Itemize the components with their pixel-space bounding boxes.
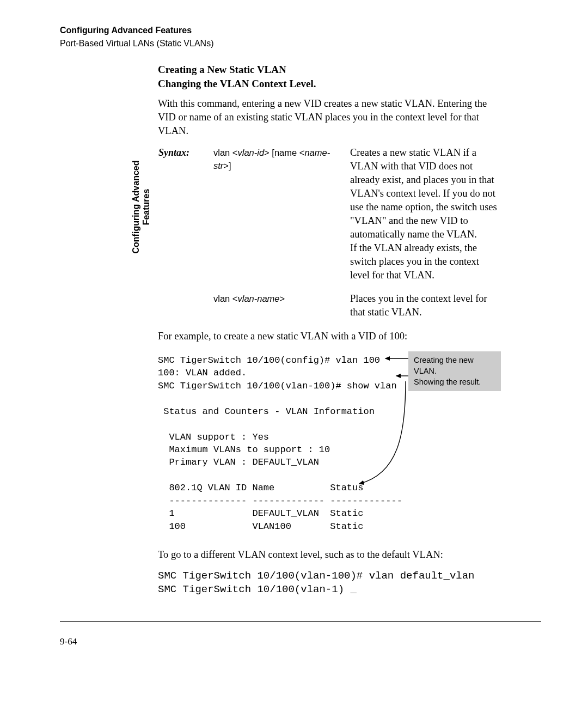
main-content: Creating a New Static VLAN Changing the … bbox=[158, 63, 506, 596]
side-tab: Configuring Advanced Features bbox=[131, 153, 151, 261]
cmd-text: vlan < bbox=[213, 294, 238, 303]
syntax-table: Syntax: vlan <vlan-id> [name <name-str>]… bbox=[158, 145, 506, 320]
heading-line1: Creating a New Static VLAN bbox=[158, 64, 286, 75]
code-example-1: SMC TigerSwitch 10/100(config)# vlan 100… bbox=[158, 354, 506, 533]
callout-creating: Creating the new VLAN. Showing the resul… bbox=[408, 351, 501, 391]
footer-divider bbox=[60, 621, 541, 622]
paragraph-2: To go to a different VLAN context level,… bbox=[158, 548, 506, 562]
subsection-heading: Creating a New Static VLAN Changing the … bbox=[158, 63, 506, 90]
callout-text-2: Showing the result. bbox=[414, 378, 481, 386]
example-lead: For example, to create a new static VLAN… bbox=[158, 330, 506, 343]
callout-text-1: Creating the new VLAN. bbox=[414, 356, 474, 375]
syntax-label: Syntax: bbox=[158, 145, 213, 283]
syntax-cmd-1: vlan <vlan-id> [name <name-str>] bbox=[213, 145, 350, 283]
cmd-text: > [name < bbox=[264, 148, 304, 157]
chapter-title: Configuring Advanced Features bbox=[60, 25, 213, 36]
section-title: Port-Based Virtual LANs (Static VLANs) bbox=[60, 38, 213, 50]
cmd-param: vlan-name bbox=[238, 294, 280, 303]
syntax-desc-1: Creates a new static VLAN if a VLAN with… bbox=[350, 145, 506, 283]
cmd-param: vlan-id bbox=[238, 148, 265, 157]
heading-line2: Changing the VLAN Context Level. bbox=[158, 78, 316, 89]
terminal-output-2: SMC TigerSwitch 10/100(vlan-100)# vlan d… bbox=[158, 569, 506, 596]
syntax-cmd-2: vlan <vlan-name> bbox=[213, 291, 350, 320]
intro-paragraph: With this command, entering a new VID cr… bbox=[158, 97, 506, 138]
page-header: Configuring Advanced Features Port-Based… bbox=[60, 25, 213, 49]
page-number: 9-64 bbox=[60, 636, 77, 648]
syntax-desc-2: Places you in the context level for that… bbox=[350, 291, 506, 320]
cmd-text: vlan < bbox=[213, 148, 238, 157]
cmd-text: >] bbox=[223, 161, 231, 171]
cmd-text: > bbox=[280, 294, 285, 303]
